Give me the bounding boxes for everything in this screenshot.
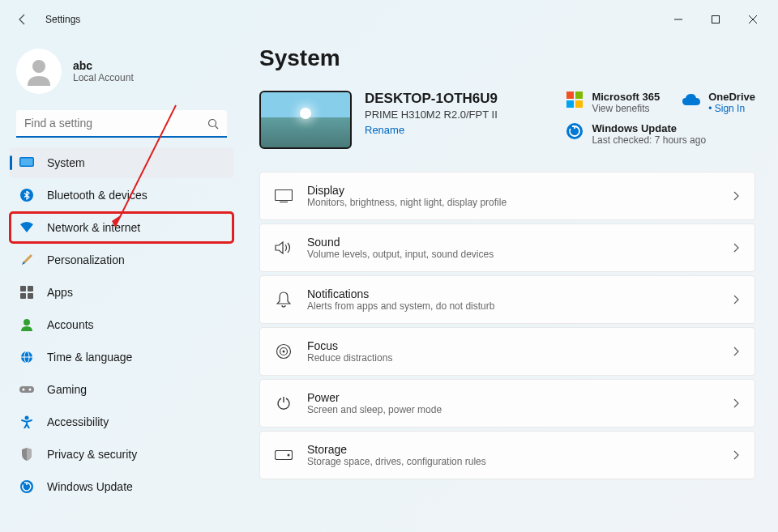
- svg-rect-9: [28, 286, 33, 292]
- sidebar-item-label: Privacy & security: [47, 448, 137, 461]
- maximize-button[interactable]: [697, 6, 734, 32]
- maximize-icon: [712, 15, 720, 23]
- svg-point-19: [25, 416, 29, 420]
- svg-rect-11: [28, 293, 33, 299]
- setting-display[interactable]: DisplayMonitors, brightness, night light…: [259, 172, 755, 220]
- hero-card-m365[interactable]: Microsoft 365 View benefits: [566, 91, 660, 114]
- svg-point-17: [23, 389, 25, 391]
- power-icon: [275, 394, 293, 412]
- setting-sub: Reduce distractions: [307, 352, 719, 364]
- sidebar-item-gaming[interactable]: Gaming: [10, 374, 233, 405]
- setting-title: Storage: [307, 443, 719, 456]
- chevron-right-icon: [733, 243, 740, 253]
- nav-list: System Bluetooth & devices Network & int…: [10, 147, 233, 502]
- back-button[interactable]: [6, 3, 39, 36]
- setting-title: Focus: [307, 339, 719, 352]
- wifi-icon: [19, 220, 34, 235]
- svg-rect-23: [566, 100, 574, 108]
- sidebar-item-personalization[interactable]: Personalization: [10, 245, 233, 275]
- chevron-right-icon: [733, 295, 740, 304]
- sidebar-item-network[interactable]: Network & internet: [10, 212, 233, 243]
- sidebar-item-accounts[interactable]: Accounts: [10, 309, 233, 340]
- hero-card-update[interactable]: Windows Update Last checked: 7 hours ago: [566, 122, 755, 146]
- user-type: Local Account: [73, 72, 134, 83]
- user-section[interactable]: abc Local Account: [10, 39, 233, 110]
- display-icon: [275, 187, 293, 205]
- chevron-right-icon: [733, 450, 740, 460]
- sidebar-item-time-language[interactable]: Time & language: [10, 342, 233, 372]
- sidebar-item-apps[interactable]: Apps: [10, 277, 233, 308]
- minimize-button[interactable]: [660, 6, 697, 32]
- sidebar-item-privacy[interactable]: Privacy & security: [10, 439, 233, 470]
- setting-power[interactable]: PowerScreen and sleep, power mode: [259, 379, 755, 428]
- svg-point-3: [209, 120, 216, 127]
- hero-card-title: Microsoft 365: [592, 91, 660, 103]
- svg-rect-21: [566, 92, 574, 99]
- sidebar-item-bluetooth[interactable]: Bluetooth & devices: [10, 180, 233, 211]
- chevron-right-icon: [733, 191, 740, 201]
- svg-point-18: [29, 389, 32, 391]
- accounts-icon: [19, 317, 34, 332]
- storage-icon: [275, 446, 293, 464]
- hero-card-title: Windows Update: [592, 122, 706, 134]
- sidebar-item-label: Network & internet: [47, 221, 140, 234]
- sidebar-item-windows-update[interactable]: Windows Update: [10, 471, 233, 502]
- system-icon: [19, 155, 34, 170]
- svg-rect-8: [20, 286, 26, 292]
- sidebar-item-label: Bluetooth & devices: [47, 189, 147, 202]
- device-model: PRIME H310M2 R2.0/FPT II: [365, 109, 498, 121]
- hero-card-title: OneDrive: [708, 91, 755, 103]
- onedrive-icon: [682, 91, 700, 109]
- user-name: abc: [73, 59, 134, 72]
- sound-icon: [275, 239, 293, 257]
- setting-storage[interactable]: StorageStorage space, drives, configurat…: [259, 431, 755, 479]
- sidebar-item-label: Windows Update: [47, 480, 133, 493]
- svg-rect-1: [712, 16, 720, 23]
- setting-sound[interactable]: SoundVolume levels, output, input, sound…: [259, 223, 755, 272]
- svg-point-30: [283, 351, 285, 353]
- setting-title: Display: [307, 184, 719, 197]
- chevron-right-icon: [733, 398, 740, 408]
- shield-icon: [19, 447, 34, 462]
- search-icon: [207, 118, 219, 130]
- sidebar-item-accessibility[interactable]: Accessibility: [10, 406, 233, 437]
- chevron-right-icon: [733, 347, 740, 356]
- setting-title: Sound: [307, 236, 719, 249]
- bell-icon: [275, 291, 293, 309]
- window-title: Settings: [45, 14, 80, 25]
- hero-card-sub: View benefits: [592, 103, 660, 114]
- search-input[interactable]: [16, 110, 227, 138]
- update-icon: [19, 479, 34, 494]
- minimize-icon: [674, 15, 682, 23]
- focus-icon: [275, 343, 293, 360]
- svg-rect-22: [575, 92, 583, 99]
- svg-rect-6: [21, 159, 33, 166]
- setting-focus[interactable]: FocusReduce distractions: [259, 327, 755, 376]
- bluetooth-icon: [19, 188, 34, 202]
- window-controls: [660, 6, 772, 32]
- sidebar-item-label: Accessibility: [47, 415, 109, 428]
- m365-icon: [566, 91, 584, 109]
- hero-card-onedrive[interactable]: OneDrive • Sign In: [682, 91, 755, 114]
- rename-link[interactable]: Rename: [365, 124, 498, 136]
- setting-sub: Volume levels, output, input, sound devi…: [307, 249, 719, 260]
- setting-notifications[interactable]: NotificationsAlerts from apps and system…: [259, 275, 755, 324]
- gaming-icon: [19, 382, 34, 397]
- update-icon: [566, 122, 584, 140]
- svg-rect-26: [276, 190, 293, 201]
- svg-point-25: [566, 123, 583, 139]
- titlebar: Settings: [0, 0, 778, 39]
- sidebar-item-label: Accounts: [47, 318, 94, 331]
- brush-icon: [19, 253, 34, 267]
- sidebar-item-label: Time & language: [47, 351, 132, 364]
- back-arrow-icon: [16, 13, 29, 26]
- sidebar-item-system[interactable]: System: [10, 147, 233, 178]
- setting-title: Power: [307, 391, 719, 404]
- device-image: [259, 91, 352, 149]
- setting-sub: Alerts from apps and system, do not dist…: [307, 300, 719, 312]
- svg-point-12: [24, 319, 30, 326]
- setting-sub: Screen and sleep, power mode: [307, 404, 719, 415]
- close-button[interactable]: [734, 6, 772, 32]
- hero-card-link[interactable]: • Sign In: [708, 103, 755, 114]
- device-name: DESKTOP-1OTH6U9: [365, 91, 498, 107]
